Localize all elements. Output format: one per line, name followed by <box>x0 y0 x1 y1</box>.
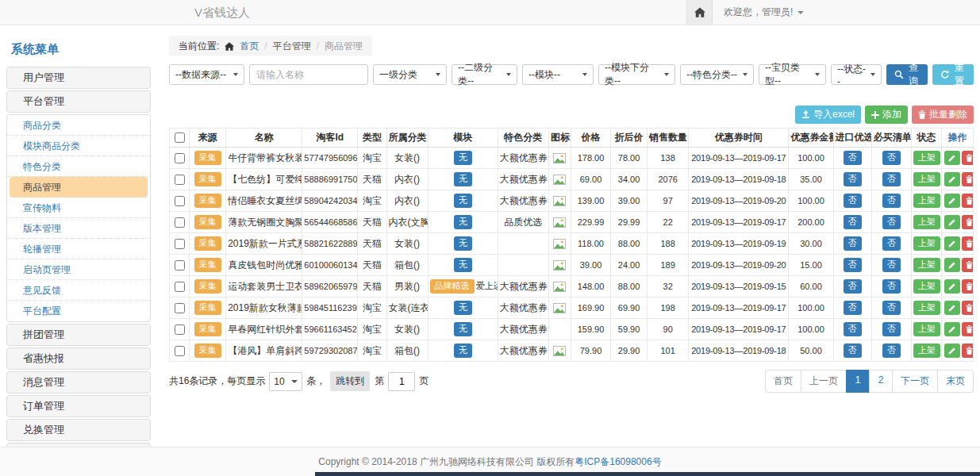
status-toggle[interactable]: 上架 <box>913 301 940 314</box>
status-toggle[interactable]: 上架 <box>913 151 940 164</box>
row-checkbox[interactable] <box>175 324 185 335</box>
import-optional-toggle[interactable]: 否 <box>844 258 862 271</box>
add-button[interactable]: 添加 <box>865 106 908 124</box>
row-checkbox[interactable] <box>175 346 185 356</box>
sidebar-section-item[interactable]: 用户管理 <box>6 67 151 89</box>
level2-category-select[interactable]: --二级分类-- <box>452 64 517 85</box>
special-category-select[interactable]: --特色分类-- <box>680 64 754 85</box>
import-optional-toggle[interactable]: 否 <box>844 322 862 336</box>
import-optional-toggle[interactable]: 否 <box>844 236 862 250</box>
select-all-checkbox[interactable] <box>175 132 185 143</box>
status-toggle[interactable]: 上架 <box>913 215 940 228</box>
row-checkbox[interactable] <box>175 196 185 206</box>
breadcrumb-home-link[interactable]: 首页 <box>240 40 259 53</box>
page-button[interactable]: 2 <box>869 370 893 393</box>
must-buy-toggle[interactable]: 否 <box>882 236 901 250</box>
sidebar-sub-item[interactable]: 模块商品分类 <box>7 136 150 156</box>
edit-button[interactable] <box>944 258 960 272</box>
sidebar-section-item[interactable]: 消息管理 <box>6 371 151 393</box>
status-toggle[interactable]: 上架 <box>913 344 940 357</box>
must-buy-toggle[interactable]: 否 <box>882 172 901 186</box>
sidebar-sub-item[interactable]: 特色分类 <box>7 156 150 177</box>
sidebar-section-item[interactable]: 拼团管理 <box>6 324 151 346</box>
delete-button[interactable] <box>962 151 974 165</box>
home-button[interactable] <box>686 0 713 25</box>
edit-button[interactable] <box>944 279 960 294</box>
status-toggle[interactable]: 上架 <box>913 236 940 250</box>
delete-button[interactable] <box>962 279 974 294</box>
edit-button[interactable] <box>944 215 960 229</box>
edit-button[interactable] <box>944 344 960 358</box>
icp-link[interactable]: 粤ICP备16098006号 <box>575 455 661 469</box>
sidebar-sub-item[interactable]: 商品分类 <box>7 115 150 136</box>
sidebar-section-item[interactable]: 兑换管理 <box>6 419 151 441</box>
must-buy-toggle[interactable]: 否 <box>882 258 901 271</box>
edit-button[interactable] <box>944 151 960 165</box>
import-optional-toggle[interactable]: 否 <box>844 172 862 186</box>
page-button[interactable]: 上一页 <box>801 370 847 393</box>
module-sub-category-select[interactable]: --模块下分类-- <box>598 64 675 85</box>
delete-button[interactable] <box>962 301 974 315</box>
import-optional-toggle[interactable]: 否 <box>844 301 862 314</box>
status-select[interactable]: --状态-- <box>831 64 882 85</box>
status-toggle[interactable]: 上架 <box>913 172 940 186</box>
status-toggle[interactable]: 上架 <box>913 279 940 293</box>
reset-button[interactable]: 重置 <box>932 64 974 85</box>
item-type-select[interactable]: --宝贝类型-- <box>759 64 826 85</box>
import-optional-toggle[interactable]: 否 <box>844 279 862 293</box>
per-page-select[interactable]: 10 <box>269 372 302 391</box>
sidebar-section-item[interactable]: 订单管理 <box>6 395 151 417</box>
level1-category-select[interactable]: 一级分类 <box>373 64 447 85</box>
must-buy-toggle[interactable]: 否 <box>882 301 901 314</box>
row-checkbox[interactable] <box>175 175 185 185</box>
sidebar-sub-item[interactable]: 版本管理 <box>7 218 150 239</box>
sidebar-sub-item[interactable]: 启动页管理 <box>7 259 150 280</box>
user-menu[interactable]: 欢迎您，管理员! <box>713 0 815 25</box>
delete-button[interactable] <box>962 215 974 229</box>
edit-button[interactable] <box>944 236 960 251</box>
row-checkbox[interactable] <box>175 282 185 292</box>
edit-button[interactable] <box>944 322 960 336</box>
edit-button[interactable] <box>944 301 960 315</box>
must-buy-toggle[interactable]: 否 <box>882 215 901 228</box>
row-checkbox[interactable] <box>175 153 185 163</box>
page-button[interactable]: 1 <box>846 370 870 393</box>
jump-button[interactable]: 跳转到 <box>330 371 370 391</box>
sidebar-sub-item[interactable]: 轮播管理 <box>7 239 150 259</box>
status-toggle[interactable]: 上架 <box>913 258 940 271</box>
page-button[interactable]: 首页 <box>765 370 801 393</box>
delete-button[interactable] <box>962 322 974 336</box>
edit-button[interactable] <box>944 194 960 208</box>
batch-delete-button[interactable]: 批量删除 <box>912 106 974 124</box>
search-button[interactable]: 查询 <box>886 64 928 85</box>
sidebar-sub-item[interactable]: 意见反馈 <box>7 280 150 301</box>
sidebar-section-item[interactable]: 平台管理 <box>6 90 151 113</box>
import-optional-toggle[interactable]: 否 <box>844 215 862 228</box>
module-select[interactable]: --模块-- <box>522 64 594 85</box>
import-excel-button[interactable]: 导入excel <box>795 106 861 124</box>
delete-button[interactable] <box>962 194 974 208</box>
page-button[interactable]: 末页 <box>937 370 974 393</box>
import-optional-toggle[interactable]: 否 <box>844 344 862 357</box>
row-checkbox[interactable] <box>175 260 185 271</box>
sidebar-section-item[interactable]: 省惠快报 <box>6 347 151 370</box>
import-optional-toggle[interactable]: 否 <box>844 151 862 164</box>
delete-button[interactable] <box>962 236 974 251</box>
page-button[interactable]: 下一页 <box>892 370 938 393</box>
import-optional-toggle[interactable]: 否 <box>844 194 862 207</box>
row-checkbox[interactable] <box>175 217 185 228</box>
delete-button[interactable] <box>962 344 974 358</box>
status-toggle[interactable]: 上架 <box>913 322 940 336</box>
must-buy-toggle[interactable]: 否 <box>882 194 901 207</box>
data-source-select[interactable]: --数据来源-- <box>169 64 244 85</box>
edit-button[interactable] <box>944 172 960 186</box>
sidebar-sub-item[interactable]: 平台配置 <box>7 301 150 321</box>
delete-button[interactable] <box>962 172 974 186</box>
sidebar-sub-item[interactable]: 商品管理 <box>10 177 148 198</box>
must-buy-toggle[interactable]: 否 <box>882 151 901 164</box>
row-checkbox[interactable] <box>175 303 185 313</box>
name-input[interactable] <box>249 64 368 85</box>
page-number-input[interactable] <box>388 372 415 391</box>
must-buy-toggle[interactable]: 否 <box>882 322 901 336</box>
status-toggle[interactable]: 上架 <box>913 194 940 207</box>
